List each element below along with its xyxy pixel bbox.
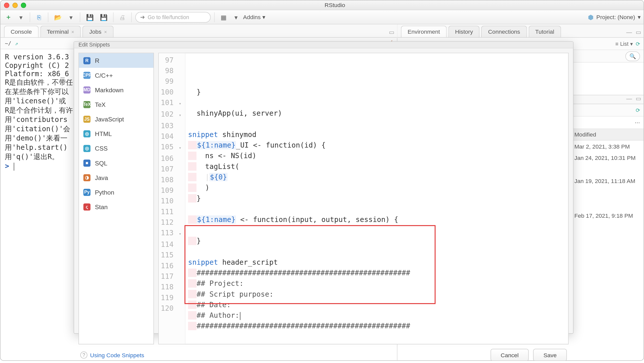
lang-icon: ■	[83, 159, 90, 166]
right-top-tabs: Environment History Connections Tutorial…	[397, 24, 644, 38]
tab-history[interactable]: History	[448, 26, 479, 37]
toolbar-divider	[113, 12, 114, 22]
snippet-lang-item[interactable]: MDMarkdown	[79, 82, 153, 97]
snippet-editor[interactable]: 97 98 99 100 101 ▾102 ▾103 104 105 ▾106 …	[158, 53, 569, 344]
open-file-button[interactable]: 📂	[52, 12, 64, 22]
lang-icon: ◑	[83, 174, 90, 181]
pane-max-icon[interactable]: ▭	[636, 29, 641, 35]
new-project-button[interactable]: ⎘	[34, 12, 44, 22]
grid-view-button[interactable]: ▦	[218, 12, 229, 22]
lang-label: Java	[95, 174, 108, 181]
lang-label: CSS	[95, 145, 108, 152]
goto-placeholder: Go to file/function	[148, 14, 189, 20]
tab-connections[interactable]: Connections	[481, 26, 527, 37]
minimize-window-icon[interactable]	[12, 3, 18, 8]
addins-menu[interactable]: Addins▾	[243, 14, 265, 20]
addins-label: Addins	[243, 14, 261, 20]
tab-jobs[interactable]: Jobs×	[83, 26, 113, 37]
lang-icon: JS	[83, 115, 90, 122]
snippet-lang-item[interactable]: ◎CSS	[79, 141, 153, 156]
close-tab-icon[interactable]: ×	[71, 29, 74, 34]
lang-icon: ◎	[83, 130, 90, 137]
goto-arrow-icon: ➜	[140, 14, 145, 20]
toolbar-divider	[131, 12, 132, 22]
search-input[interactable]: 🔍	[625, 51, 640, 61]
console-path: ~/	[5, 40, 11, 47]
traffic-lights	[4, 3, 26, 8]
new-file-menu[interactable]: ▾	[16, 12, 26, 22]
more-menu[interactable]: ⋯	[635, 119, 640, 126]
help-link[interactable]: ? Using Code Snippets	[80, 351, 144, 358]
file-date: Feb 17, 2021, 9:18 PM	[574, 212, 641, 219]
grid-view-menu[interactable]: ▾	[231, 12, 241, 22]
tab-tutorial[interactable]: Tutorial	[529, 26, 561, 37]
pane-min-icon[interactable]: —	[626, 95, 632, 102]
lang-label: Python	[95, 189, 114, 196]
main-toolbar: ＋ ▾ ⎘ 📂 ▾ 💾 💾 🖨 ➜ Go to file/function ▦ …	[1, 10, 643, 24]
lang-label: C/C++	[95, 72, 113, 79]
snippet-lang-item[interactable]: JSJavaScript	[79, 112, 153, 126]
print-button[interactable]: 🖨	[117, 12, 128, 22]
tab-terminal[interactable]: Terminal×	[40, 26, 81, 37]
lang-label: Markdown	[95, 86, 124, 93]
pane-min-icon[interactable]: —	[626, 29, 632, 35]
snippet-lang-item[interactable]: TeXTeX	[79, 97, 153, 112]
project-menu[interactable]: ⬢ Project: (None) ▾	[588, 13, 641, 21]
snippet-lang-item[interactable]: PyPython	[79, 185, 153, 199]
pane-window-icon[interactable]: ▭	[389, 29, 394, 35]
lang-icon: R	[83, 57, 90, 64]
save-all-button[interactable]: 💾	[98, 12, 110, 22]
line-gutter: 97 98 99 100 101 ▾102 ▾103 104 105 ▾106 …	[159, 53, 185, 344]
env-list-dropdown[interactable]: ≡ List ▾	[615, 40, 633, 47]
edit-snippets-modal: Edit Snippets RRCPPC/C++MDMarkdownTeXTeX…	[74, 41, 574, 334]
snippet-lang-item[interactable]: ◎HTML	[79, 126, 153, 141]
toolbar-divider	[30, 12, 30, 22]
lang-label: SQL	[95, 159, 107, 166]
lang-icon: Py	[83, 189, 90, 196]
close-tab-icon[interactable]: ×	[104, 29, 107, 34]
project-label: Project: (None)	[596, 14, 635, 20]
goto-file-input[interactable]: ➜ Go to file/function	[135, 12, 211, 22]
refresh-icon[interactable]: ⟳	[636, 107, 640, 113]
help-icon: ?	[80, 351, 87, 358]
col-modified[interactable]: Modified	[574, 131, 641, 138]
console-go-icon[interactable]: ⇗	[15, 40, 18, 47]
snippet-lang-item[interactable]: CPPC/C++	[79, 68, 153, 82]
lang-icon: MD	[83, 86, 90, 93]
close-window-icon[interactable]	[4, 3, 9, 8]
modal-title: Edit Snippets	[74, 42, 573, 48]
snippet-lang-item[interactable]: ςStan	[79, 199, 153, 214]
lang-label: HTML	[95, 130, 112, 137]
mac-titlebar: RStudio	[1, 1, 643, 10]
open-file-menu[interactable]: ▾	[66, 12, 76, 22]
save-button[interactable]: Save	[533, 349, 567, 361]
snippet-language-list: RRCPPC/C++MDMarkdownTeXTeXJSJavaScript◎H…	[78, 53, 154, 344]
modal-footer: ? Using Code Snippets Cancel Save	[74, 349, 573, 361]
window-title: RStudio	[30, 2, 640, 8]
lang-icon: CPP	[83, 72, 90, 79]
project-cube-icon: ⬢	[588, 13, 594, 21]
new-file-button[interactable]: ＋	[3, 12, 14, 22]
lang-label: Stan	[95, 203, 108, 210]
lang-icon: ◎	[83, 145, 90, 152]
toolbar-divider	[214, 12, 215, 22]
left-tabs: Console Terminal× Jobs× ▭	[1, 24, 397, 38]
file-date: Mar 2, 2021, 3:38 PM	[574, 143, 641, 150]
snippet-lang-item[interactable]: RR	[79, 53, 153, 68]
lang-icon: ς	[83, 203, 90, 210]
toolbar-divider	[80, 12, 80, 22]
snippet-lang-item[interactable]: ◑Java	[79, 170, 153, 185]
cancel-button[interactable]: Cancel	[491, 349, 529, 361]
code-area[interactable]: } shinyApp(ui, server) snippet shinymod …	[185, 53, 568, 344]
lang-label: JavaScript	[95, 115, 124, 122]
refresh-icon[interactable]: ⟳	[636, 40, 640, 47]
pane-max-icon[interactable]: ▭	[636, 95, 641, 102]
snippet-lang-item[interactable]: ■SQL	[79, 156, 153, 170]
file-date: Jan 19, 2021, 11:18 AM	[574, 177, 641, 184]
zoom-window-icon[interactable]	[21, 3, 26, 8]
save-button[interactable]: 💾	[84, 12, 96, 22]
tab-environment[interactable]: Environment	[401, 26, 447, 37]
lang-label: R	[95, 57, 99, 64]
lang-label: TeX	[95, 101, 106, 108]
tab-console[interactable]: Console	[4, 26, 38, 37]
